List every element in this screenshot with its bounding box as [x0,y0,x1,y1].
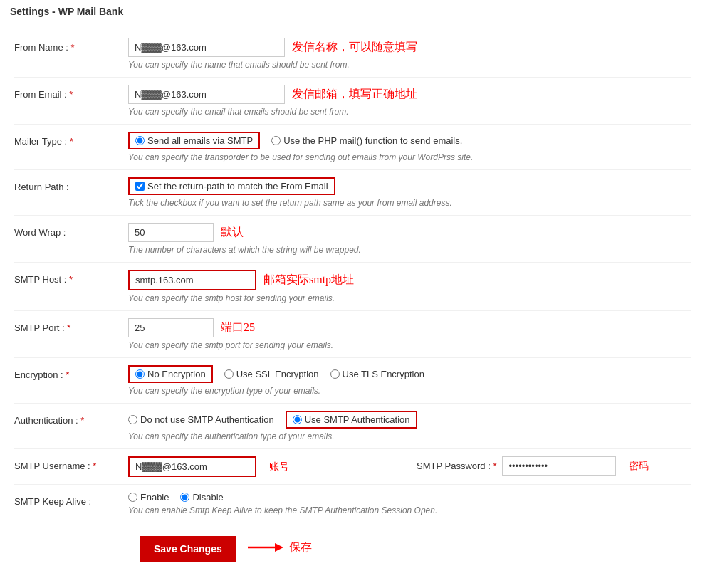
mailer-type-row: Mailer Type : * Send all emails via SMTP… [14,125,691,170]
save-annotation-wrap: 保存 [248,540,312,555]
word-wrap-annotation: 默认 [221,225,244,240]
smtp-username-annotation: 账号 [269,461,289,473]
from-email-wrap: 发信邮箱，填写正确地址 [128,85,691,104]
encryption-label: Encryption : * [14,365,128,380]
return-path-content: Set the return-path to match the From Em… [128,177,691,208]
authentication-row: Authentication : * Do not use SMTP Authe… [14,404,691,449]
encryption-row: Encryption : * No Encryption Use SSL Enc… [14,358,691,404]
smtp-password-annotation: 密码 [629,460,649,473]
keepalive-content: Enable Disable You can enable Smtp Keep … [128,492,691,515]
smtp-host-row: SMTP Host : * 邮箱实际smtp地址 You can specify… [14,263,691,311]
authentication-content: Do not use SMTP Authentication Use SMTP … [128,411,691,441]
smtp-host-label: SMTP Host : * [14,270,128,285]
smtp-port-annotation: 端口25 [221,320,255,335]
smtp-username-row-label: SMTP Username : * [14,456,128,471]
smtp-username-wrap: 账号 [128,456,402,477]
keepalive-enable-option[interactable]: Enable [128,492,169,503]
auth-no-radio[interactable] [128,415,137,424]
keepalive-disable-radio[interactable] [180,493,189,502]
smtp-password-block: SMTP Password : * 密码 [417,456,691,476]
mailer-type-hint: You can specify the transporder to be us… [128,152,691,162]
smtp-credentials-row: SMTP Username : * 账号 SMTP Password : * [14,449,691,485]
from-email-hint: You can specify the email that emails sh… [128,107,691,117]
from-email-content: 发信邮箱，填写正确地址 You can specify the email th… [128,85,691,117]
from-name-hint: You can specify the name that emails sho… [128,60,691,70]
auth-radio-group: Do not use SMTP Authentication Use SMTP … [128,411,691,429]
encryption-no-radio[interactable] [135,369,145,379]
mailer-smtp-radio[interactable] [135,136,145,145]
smtp-credentials-inputs: 账号 SMTP Password : * 密码 [128,456,691,477]
page-title: Settings - WP Mail Bank [0,0,705,23]
svg-marker-1 [275,543,283,552]
from-email-annotation: 发信邮箱，填写正确地址 [292,87,417,102]
encryption-content: No Encryption Use SSL Encryption Use TLS… [128,365,691,396]
return-path-checkbox[interactable] [135,182,145,191]
from-name-input[interactable] [128,38,285,57]
smtp-port-content: 端口25 You can specify the smtp port for s… [128,318,691,350]
authentication-label: Authentication : * [14,411,128,426]
save-annotation-text: 保存 [289,540,312,555]
keepalive-label: SMTP Keep Alive : [14,492,128,507]
smtp-username-input[interactable] [128,456,256,477]
return-path-hint: Tick the checkbox if you want to set the… [128,198,691,208]
word-wrap-hint: The number of characters at which the st… [128,245,691,255]
keepalive-radio-group: Enable Disable [128,492,691,503]
smtp-port-label: SMTP Port : * [14,318,128,333]
auth-use-option[interactable]: Use SMTP Authentication [286,411,417,429]
smtp-password-label: SMTP Password : * [417,461,496,471]
word-wrap-input[interactable] [128,223,214,242]
keepalive-row: SMTP Keep Alive : Enable Disable You can… [14,485,691,523]
from-name-label: From Name : * [14,38,128,53]
from-name-wrap: 发信名称，可以随意填写 [128,38,691,57]
word-wrap-input-wrap: 默认 [128,223,691,242]
smtp-host-input-wrap: 邮箱实际smtp地址 [128,270,691,290]
smtp-host-input[interactable] [128,270,256,290]
auth-use-radio[interactable] [293,415,302,424]
smtp-host-hint: You can specify the smtp host for sendin… [128,293,691,303]
save-row: Save Changes 保存 [14,523,691,572]
return-path-checkbox-label[interactable]: Set the return-path to match the From Em… [128,177,335,195]
mailer-type-content: Send all emails via SMTP Use the PHP mai… [128,132,691,162]
page-wrapper: Settings - WP Mail Bank From Name : * 发信… [0,0,705,588]
return-path-row: Return Path : Set the return-path to mat… [14,170,691,216]
smtp-credentials-content: 账号 SMTP Password : * 密码 [128,456,691,477]
word-wrap-label: Word Wrap : [14,223,128,238]
encryption-no-option[interactable]: No Encryption [128,365,213,383]
word-wrap-row: Word Wrap : 默认 The number of characters … [14,216,691,263]
encryption-ssl-option[interactable]: Use SSL Encryption [224,369,319,379]
mailer-php-radio[interactable] [271,136,281,145]
smtp-host-annotation: 邮箱实际smtp地址 [263,273,354,288]
from-email-label: From Email : * [14,85,128,100]
smtp-password-input[interactable] [502,456,616,476]
from-name-content: 发信名称，可以随意填写 You can specify the name tha… [128,38,691,70]
page-title-text: Settings - WP Mail Bank [10,6,123,17]
auth-hint: You can specify the authentication type … [128,431,691,441]
keepalive-disable-option[interactable]: Disable [180,492,223,503]
settings-form: From Name : * 发信名称，可以随意填写 You can specif… [0,23,705,586]
word-wrap-content: 默认 The number of characters at which the… [128,223,691,255]
encryption-radio-group: No Encryption Use SSL Encryption Use TLS… [128,365,691,383]
save-button[interactable]: Save Changes [140,536,236,562]
keepalive-hint: You can enable Smtp Keep Alive to keep t… [128,505,691,515]
smtp-port-row: SMTP Port : * 端口25 You can specify the s… [14,311,691,358]
auth-no-option[interactable]: Do not use SMTP Authentication [128,414,274,425]
smtp-port-input[interactable] [128,318,214,337]
mailer-type-label: Mailer Type : * [14,132,128,147]
from-email-row: From Email : * 发信邮箱，填写正确地址 You can speci… [14,78,691,125]
smtp-port-hint: You can specify the smtp port for sendin… [128,340,691,350]
encryption-hint: You can specify the encryption type of y… [128,386,691,396]
encryption-ssl-radio[interactable] [224,369,234,379]
mailer-smtp-option[interactable]: Send all emails via SMTP [128,132,260,149]
return-path-label: Return Path : [14,177,128,192]
from-name-row: From Name : * 发信名称，可以随意填写 You can specif… [14,31,691,78]
arrow-icon [248,540,283,555]
smtp-port-input-wrap: 端口25 [128,318,691,337]
smtp-host-content: 邮箱实际smtp地址 You can specify the smtp host… [128,270,691,303]
encryption-tls-option[interactable]: Use TLS Encryption [330,369,424,379]
smtp-username-block: 账号 [128,456,402,477]
mailer-php-option[interactable]: Use the PHP mail() function to send emai… [271,135,462,146]
from-email-input[interactable] [128,85,285,104]
keepalive-enable-radio[interactable] [128,493,137,502]
encryption-tls-radio[interactable] [330,369,340,379]
from-name-annotation: 发信名称，可以随意填写 [292,40,417,55]
